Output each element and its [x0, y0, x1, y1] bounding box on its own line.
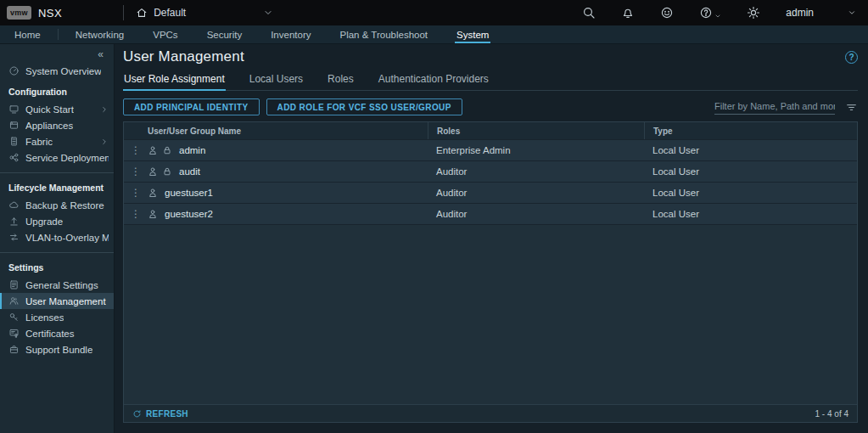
user-icon — [148, 188, 158, 198]
tab-local-users[interactable]: Local Users — [249, 70, 304, 90]
user-icon — [148, 166, 158, 177]
nav-tab-inventory[interactable]: Inventory — [269, 25, 312, 43]
certificate-icon — [8, 328, 20, 339]
column-header-type[interactable]: Type — [644, 122, 857, 139]
nav-tab-vpcs[interactable]: VPCs — [151, 25, 179, 43]
user-type: Local User — [644, 145, 857, 155]
search-icon[interactable] — [582, 6, 596, 20]
sidebar: « System Overview Configuration Quick St… — [0, 44, 115, 433]
table-header-row: User/User Group Name Roles Type — [124, 122, 857, 139]
feedback-face-icon[interactable] — [660, 6, 674, 20]
sidebar-item-label: System Overview — [25, 66, 101, 76]
sidebar-item-label: Appliances — [25, 121, 73, 131]
sidebar-divider — [0, 172, 114, 173]
sidebar-section-lifecycle: Lifecycle Management — [0, 175, 114, 197]
sidebar-item-fabric[interactable]: Fabric — [0, 133, 114, 149]
sidebar-item-licenses[interactable]: Licenses — [0, 309, 114, 325]
upgrade-arrow-icon — [8, 216, 20, 227]
column-header-roles[interactable]: Roles — [428, 122, 644, 139]
nav-tab-plan-troubleshoot[interactable]: Plan & Troubleshoot — [338, 25, 429, 43]
pagination-range: 1 - 4 of 4 — [815, 409, 848, 419]
sidebar-item-backup-restore[interactable]: Backup & Restore — [0, 197, 114, 213]
sidebar-item-upgrade[interactable]: Upgrade — [0, 213, 114, 229]
monitor-icon — [8, 104, 20, 115]
user-roles: Auditor — [428, 209, 644, 219]
fabric-rack-icon — [8, 136, 20, 147]
settings-document-icon — [8, 279, 20, 290]
sidebar-item-support-bundle[interactable]: Support Bundle — [0, 341, 114, 357]
page-help-icon[interactable]: ? — [845, 51, 858, 64]
user-type: Local User — [644, 188, 857, 198]
user-roles: Auditor — [428, 188, 644, 198]
sidebar-item-user-management[interactable]: User Management — [0, 293, 114, 309]
sidebar-item-label: Support Bundle — [25, 345, 92, 355]
org-selector-label: Default — [154, 7, 186, 19]
user-role-table: User/User Group Name Roles Type ⋮ admin … — [123, 121, 858, 423]
main-nav: Home Networking VPCs Security Inventory … — [0, 25, 868, 44]
sidebar-divider — [0, 252, 114, 253]
refresh-icon — [132, 409, 142, 419]
nav-tab-security[interactable]: Security — [205, 25, 244, 43]
service-network-icon — [8, 152, 20, 163]
table-row[interactable]: ⋮ guestuser2 Auditor Local User — [124, 203, 857, 224]
help-menu-icon[interactable] — [699, 6, 721, 20]
product-name: NSX — [38, 7, 62, 20]
user-menu[interactable]: admin — [786, 7, 856, 19]
row-menu-icon[interactable]: ⋮ — [124, 187, 148, 199]
page-title: User Management — [123, 48, 244, 65]
nav-tab-home[interactable]: Home — [13, 25, 42, 43]
sidebar-section-settings: Settings — [0, 255, 114, 277]
migration-arrows-icon — [8, 232, 20, 243]
sidebar-item-quick-start[interactable]: Quick Start — [0, 101, 114, 117]
column-header-name[interactable]: User/User Group Name — [148, 127, 428, 136]
table-row[interactable]: ⋮ admin Enterprise Admin Local User — [124, 139, 857, 160]
sidebar-section-configuration: Configuration — [0, 79, 114, 101]
sidebar-item-system-overview[interactable]: System Overview — [0, 63, 114, 79]
content-tabs: User Role Assignment Local Users Roles A… — [123, 70, 858, 91]
tab-authentication-providers[interactable]: Authentication Providers — [378, 70, 490, 90]
sidebar-item-label: Quick Start — [25, 104, 74, 115]
sidebar-item-label: User Management — [25, 296, 106, 306]
topbar: vmw NSX Default admi — [0, 0, 868, 25]
main-content: User Management ? User Role Assignment L… — [115, 44, 868, 433]
filter-input[interactable] — [714, 99, 835, 115]
table-row[interactable]: ⋮ audit Auditor Local User — [124, 160, 857, 182]
tab-roles[interactable]: Roles — [327, 70, 355, 90]
add-principal-identity-button[interactable]: ADD PRINCIPAL IDENTITY — [123, 98, 260, 115]
sidebar-item-certificates[interactable]: Certificates — [0, 325, 114, 341]
add-role-vcf-sso-button[interactable]: ADD ROLE FOR VCF SSO USER/GROUP — [266, 98, 462, 115]
sidebar-item-label: Upgrade — [25, 216, 63, 227]
appliance-box-icon — [8, 120, 20, 131]
refresh-label: REFRESH — [146, 409, 188, 419]
org-selector-dropdown[interactable]: Default — [136, 7, 273, 19]
nav-divider — [58, 29, 59, 40]
sidebar-item-general-settings[interactable]: General Settings — [0, 277, 114, 293]
user-roles: Auditor — [428, 166, 644, 177]
table-footer: REFRESH 1 - 4 of 4 — [124, 404, 857, 422]
row-menu-icon[interactable]: ⋮ — [124, 166, 148, 177]
nav-tab-system[interactable]: System — [455, 25, 490, 43]
sidebar-item-label: Fabric — [25, 137, 53, 147]
tab-user-role-assignment[interactable]: User Role Assignment — [123, 70, 226, 90]
table-row[interactable]: ⋮ guestuser1 Auditor Local User — [124, 182, 857, 203]
user-name: audit — [179, 166, 200, 177]
sidebar-item-vlan-migration[interactable]: VLAN-to-Overlay Migration — [0, 229, 114, 245]
sidebar-collapse-icon[interactable]: « — [0, 48, 114, 63]
user-name: admin — [179, 145, 205, 155]
sidebar-item-appliances[interactable]: Appliances — [0, 117, 114, 133]
filter-funnel-icon[interactable] — [845, 102, 858, 113]
notifications-bell-icon[interactable] — [621, 6, 635, 20]
chevron-down-icon — [848, 8, 856, 17]
row-menu-icon[interactable]: ⋮ — [124, 208, 148, 220]
sidebar-item-service-deployments[interactable]: Service Deployments — [0, 149, 114, 166]
table-empty-area — [124, 224, 857, 404]
user-name: guestuser1 — [165, 188, 213, 198]
sidebar-item-label: Backup & Restore — [25, 200, 104, 211]
row-menu-icon[interactable]: ⋮ — [124, 144, 148, 156]
user-roles: Enterprise Admin — [428, 145, 644, 155]
vmware-logo: vmw — [7, 6, 31, 20]
nav-tab-networking[interactable]: Networking — [74, 25, 126, 43]
support-bundle-icon — [8, 344, 20, 355]
theme-sun-icon[interactable] — [747, 6, 760, 20]
refresh-button[interactable]: REFRESH — [132, 409, 188, 419]
